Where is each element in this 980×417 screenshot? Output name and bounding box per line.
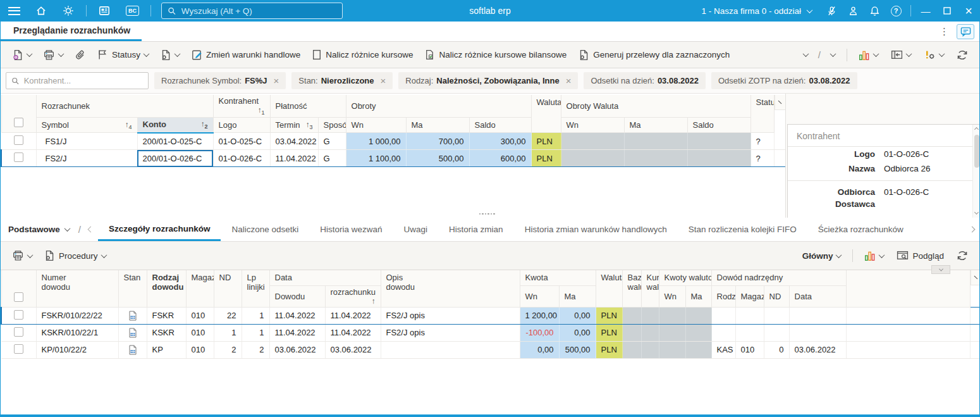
cell-waluta[interactable]: PLN [596,324,622,341]
refresh-detail-button[interactable] [952,247,973,265]
zmien-warunki-button[interactable]: Zmień warunki handlowe [186,46,305,64]
cell-sposob[interactable]: G [318,150,346,167]
group-obroty[interactable]: Obroty [346,95,531,118]
table-row[interactable]: FS1/J 200/01-O-025-C 01-O-025-C 03.04.20… [1,133,785,150]
cell-data-rozrachunku[interactable]: 03.06.2022 [325,341,381,358]
podglad-button[interactable]: Podgląd [891,247,949,265]
cell-data-rozrachunku[interactable]: 11.04.2022 [325,324,381,341]
column-kwota-ma[interactable]: Ma [559,285,596,307]
cell-kw-wn[interactable] [659,324,685,341]
column-symbol[interactable]: Symbol↑4 [36,118,137,133]
group-kwota[interactable]: Kwota [520,270,596,285]
bc-button[interactable]: BC [118,0,147,22]
cell-baza[interactable] [622,307,641,324]
cell-logo[interactable]: 01-O-026-C [213,150,270,167]
filter-chip-odsetki-zotp[interactable]: Odsetki ZOTP na dzień:03.08.2022 [711,72,857,89]
chat-button[interactable] [957,24,974,39]
cell-kw-wn[interactable] [659,307,685,324]
cell-opis[interactable]: FS2/J opis [381,307,520,324]
nalicz-roznice-button[interactable]: Nalicz różnice kursowe [307,46,418,63]
column-waluta[interactable]: Waluta [596,270,622,307]
cell-saldo[interactable]: 600,00 [469,150,531,167]
cell-ow-ma[interactable] [624,133,687,150]
cell-lp[interactable]: 1 [242,324,269,341]
tabs-scroll-left[interactable] [83,218,98,241]
more-options-icon[interactable]: ⋮ [936,26,953,37]
scrollbar-thumb[interactable] [974,135,979,168]
cell-dn-data[interactable]: 03.06.2022 [789,341,846,358]
statusy-button[interactable]: Statusy [92,46,154,63]
column-ow-saldo[interactable]: Saldo [687,118,750,133]
cell-kw-ma[interactable] [685,341,711,358]
cell-baza[interactable] [622,324,641,341]
minimize-button[interactable]: — [915,0,936,22]
cell-symbol[interactable]: FS1/J [36,133,137,150]
kontrahent-search[interactable] [6,72,149,89]
cell-status[interactable]: ? [750,150,774,167]
cell-saldo[interactable]: 300,00 [469,133,531,150]
print-button[interactable] [38,46,68,64]
tab-sciezka-rozrachunkow[interactable]: Ścieżka rozrachunków [807,218,914,241]
refresh-button[interactable] [952,46,973,64]
table-row[interactable]: KSKR/010/22/1 KSKR 010 1 1 11.04.2022 11… [1,324,980,341]
column-dn-rodzaj[interactable]: Rodzaj [711,285,735,307]
tab-historia-wezwan[interactable]: Historia wezwań [309,218,393,241]
cell-rodzaj[interactable]: KSKR [147,324,186,341]
tab-historia-zmian-warunkow[interactable]: Historia zmian warunków handlowych [514,218,678,241]
group-obroty-waluta[interactable]: Obroty Waluta [561,95,750,118]
select-all-checkbox[interactable] [14,292,23,302]
group-platnosc[interactable]: Płatność [270,95,346,118]
column-kw-ma[interactable]: Ma [685,285,711,307]
cell-magazyn[interactable]: 010 [186,324,214,341]
cell-opis[interactable]: FS2/J opis [381,324,520,341]
cell-ow-saldo[interactable] [687,133,750,150]
column-termin[interactable]: Termin↑3 [270,118,318,133]
cell-stan[interactable] [118,307,147,324]
more-actions-dropdown[interactable] [799,49,813,60]
cell-sposob[interactable]: G [318,133,346,150]
column-magazyn[interactable]: Magazyn [186,270,214,307]
cell-data-dowodu[interactable]: 11.04.2022 [269,324,325,341]
cell-ow-saldo[interactable] [687,150,750,167]
column-wn[interactable]: Wn [346,118,406,133]
cell-ma[interactable]: 500,00 [406,150,469,167]
column-ma[interactable]: Ma [406,118,469,133]
expand-columns-right[interactable] [775,95,786,110]
column-ow-wn[interactable]: Wn [561,118,624,133]
cell-termin[interactable]: 03.04.2022 [270,133,318,150]
cell-wn-negative[interactable]: -100,00 [520,324,559,341]
remove-filter-icon[interactable]: × [566,76,572,85]
company-selector[interactable]: 1 - Nasza firma 0 - oddział [692,6,821,16]
cell-kurs[interactable] [641,307,659,324]
column-opis-dowodu[interactable]: Opisdowodu [381,270,520,307]
edit-pen-icon[interactable]: / [816,49,823,60]
tab-przegladanie-rozrachunkow[interactable]: Przeglądanie rozrachunków [1,22,142,41]
cell-kw-ma[interactable] [685,324,711,341]
cell-kw-wn[interactable] [659,341,685,358]
cell-dn-rodzaj[interactable] [711,307,735,324]
cell-waluta[interactable]: PLN [531,133,561,150]
column-kw-wn[interactable]: Wn [659,285,685,307]
row-checkbox[interactable] [14,344,23,354]
news-button[interactable] [90,0,118,22]
microphone-muted-button[interactable] [821,0,842,22]
help-button[interactable]: ? [885,0,907,22]
column-konto[interactable]: Konto↑2 [137,118,213,133]
kontrahent-search-input[interactable] [24,76,143,85]
cell-dn-rodzaj[interactable]: KAS [711,341,735,358]
filter-chip-rodzaj[interactable]: Rodzaj:Należności, Zobowiązania, Inne × [398,72,578,89]
document-actions-button[interactable] [155,46,185,64]
cell-ow-ma[interactable] [624,150,687,167]
cell-kw-ma[interactable] [685,307,711,324]
cell-lp[interactable]: 2 [242,341,269,358]
scroll-up-icon[interactable] [974,127,979,132]
column-dn-nd[interactable]: ND [764,285,789,307]
cell-dn-data[interactable] [789,307,846,324]
column-data-dowodu[interactable]: Dowodu [269,285,325,307]
group-data[interactable]: Data [269,270,381,285]
cell-numer[interactable]: KP/010/22/2 [36,341,118,358]
cell-ma[interactable]: 700,00 [406,133,469,150]
cell-wn[interactable]: 1 200,00 [520,307,559,324]
column-baza-waluty[interactable]: Bazawaluty [622,270,641,307]
table-row-selected[interactable]: FS2/J 200/01-O-026-C 01-O-026-C 11.04.20… [1,150,785,167]
